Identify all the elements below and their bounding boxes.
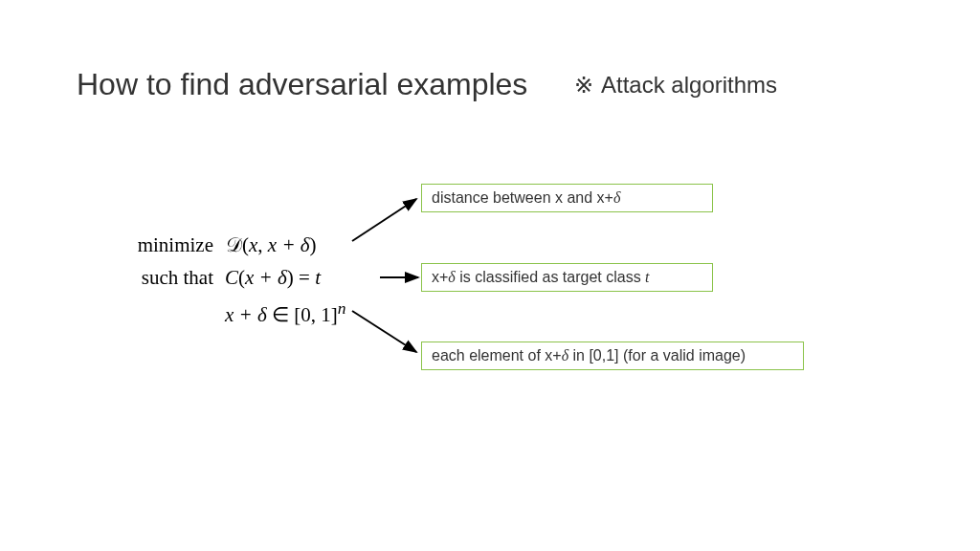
annotation-distance: distance between x and x+δ <box>421 184 713 212</box>
slide-title: How to find adversarial examples <box>77 67 527 102</box>
such-that-label: such that <box>129 262 225 295</box>
annotation-classifier: x+δ is classified as target class t <box>421 263 713 292</box>
arrow-1 <box>345 191 431 249</box>
distance-expression: 𝒟(x, x + δ) <box>225 230 317 262</box>
asterisk-icon: ※ <box>574 72 593 99</box>
arrow-3 <box>345 306 431 359</box>
minimize-label: minimize <box>129 230 225 262</box>
math-line-1: minimize 𝒟(x, x + δ) <box>129 230 346 262</box>
svg-line-1 <box>352 199 416 241</box>
math-line-3: x + δ ∈ [0, 1]n <box>129 295 346 327</box>
svg-line-3 <box>352 311 416 352</box>
range-constraint: x + δ ∈ [0, 1]n <box>225 295 346 332</box>
classifier-constraint: C(x + δ) = t <box>225 262 321 295</box>
subtitle-text: Attack algorithms <box>601 72 777 98</box>
annotation-range: each element of x+δ in [0,1] (for a vali… <box>421 342 804 370</box>
math-line-2: such that C(x + δ) = t <box>129 262 346 295</box>
arrow-2 <box>378 268 426 287</box>
slide-subtitle: ※Attack algorithms <box>574 72 777 99</box>
optimization-problem: minimize 𝒟(x, x + δ) such that C(x + δ) … <box>129 230 346 327</box>
